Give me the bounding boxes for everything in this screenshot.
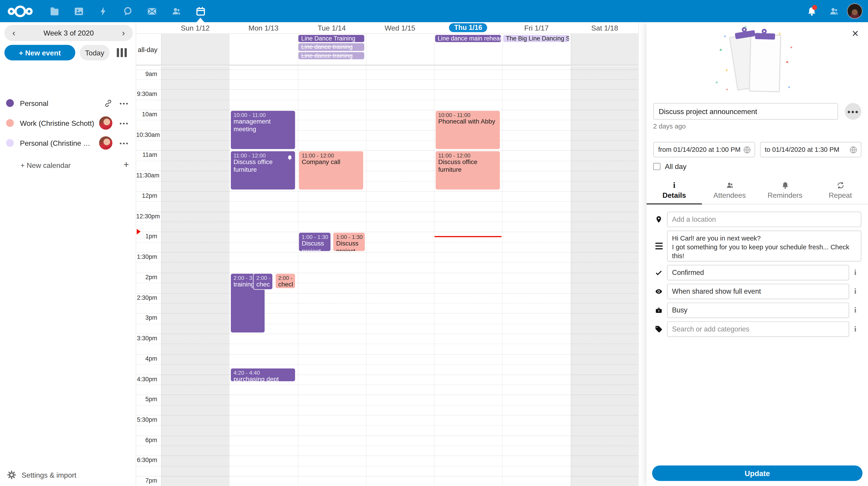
tab-repeat[interactable]: Repeat — [813, 179, 868, 204]
time-label: 9am — [136, 70, 157, 77]
calendar-event[interactable]: 4:20 - 4:40purchasing dept — [230, 368, 296, 382]
active-app-indicator — [196, 18, 204, 22]
all-day-event[interactable]: The Big Line Dancing Show — [503, 35, 569, 42]
description-textarea[interactable]: Hi Carl! are you in next week? I got som… — [667, 231, 862, 262]
calendar-app: ‹ Week 3 of 2020 › + New event Today Per… — [0, 0, 868, 486]
calendar-icon[interactable] — [188, 0, 213, 22]
quarter-hour-line — [136, 323, 638, 324]
more-actions-button[interactable]: ●●● — [845, 103, 861, 120]
event-time: 4:20 - 4:40 — [234, 370, 293, 376]
timezone-globe-icon[interactable] — [849, 146, 858, 154]
all-day-event[interactable]: Line dance main rehearsal — [435, 35, 501, 42]
user-avatar[interactable] — [847, 3, 863, 19]
contacts-menu-icon[interactable] — [823, 0, 845, 22]
calendar-list-item[interactable]: Personal●●● — [0, 93, 135, 113]
attendees-icon — [725, 181, 734, 190]
event-title: Discuss project announcement — [302, 240, 329, 251]
freebusy-info-icon[interactable]: i — [849, 306, 862, 315]
reminder-bell-icon — [781, 181, 789, 190]
calendar-event[interactable]: 1:00 - 1:30Discuss project — [333, 232, 365, 251]
location-pin-icon — [653, 216, 664, 223]
event-time: 10:00 - 11:00 — [438, 112, 498, 118]
categories-info-icon[interactable]: i — [849, 325, 862, 334]
event-title-input[interactable] — [653, 103, 838, 120]
calendar-event[interactable]: 11:00 - 12:00Discuss office furniture — [435, 151, 500, 190]
time-label: 11am — [136, 151, 157, 158]
location-input[interactable] — [667, 212, 862, 227]
column-divider — [434, 66, 434, 486]
week-view-toggle-icon[interactable] — [117, 48, 127, 57]
all-day-checkbox-label[interactable]: All day — [665, 163, 686, 171]
calendar-event[interactable]: 2:00 - 2:20check-in — [275, 273, 296, 289]
status-select[interactable] — [667, 265, 849, 281]
time-label: 2pm — [136, 274, 157, 280]
start-datetime-field[interactable]: from 01/14/2020 at 1:00 PM — [653, 142, 755, 158]
calendar-event[interactable]: 1:00 - 1:30Discuss project announcement — [298, 232, 331, 251]
editor-tabs: iDetailsAttendeesRemindersRepeat — [647, 179, 868, 204]
calendar-list-item[interactable]: Personal (Christine Schott)●●● — [0, 133, 135, 153]
new-calendar-button[interactable]: + New calendar+ — [0, 156, 135, 174]
column-divider — [434, 34, 434, 65]
day-header[interactable]: Sat 1/18 — [570, 22, 639, 33]
tab-attendees[interactable]: Attendees — [702, 179, 757, 204]
hour-line — [136, 232, 638, 232]
activity-icon[interactable] — [91, 0, 115, 22]
quarter-hour-line — [136, 446, 638, 446]
calendar-event[interactable]: 11:00 - 12:00Company call — [298, 151, 364, 190]
categories-tag-icon — [653, 325, 664, 333]
status-info-icon[interactable]: i — [849, 268, 862, 277]
week-label[interactable]: Week 3 of 2020 — [23, 29, 114, 37]
nextcloud-logo-icon[interactable] — [3, 0, 39, 22]
day-header[interactable]: Fri 1/17 — [502, 22, 570, 33]
quarter-hour-line — [136, 405, 638, 405]
calendar-menu-icon[interactable]: ●●● — [120, 101, 129, 105]
day-header[interactable]: Tue 1/14 — [298, 22, 366, 33]
timezone-globe-icon[interactable] — [743, 146, 751, 154]
calendar-event[interactable]: 2:00 - 2:30check-in — [253, 273, 273, 290]
update-button[interactable]: Update — [652, 465, 863, 481]
photos-icon[interactable] — [66, 0, 91, 22]
tab-details[interactable]: iDetails — [647, 179, 702, 204]
categories-input[interactable] — [667, 321, 849, 337]
calendar-list-item[interactable]: Work (Christine Schott)●●● — [0, 113, 135, 133]
share-link-icon[interactable] — [104, 99, 112, 107]
calendar-event[interactable]: 10:00 - 11:00management meeting — [230, 110, 296, 149]
quarter-hour-line — [136, 120, 638, 120]
calendar-event[interactable]: 11:00 - 12:00Discuss office furniture — [230, 151, 296, 190]
new-event-button[interactable]: + New event — [4, 45, 75, 60]
time-label: 10:30am — [136, 131, 157, 138]
visibility-select[interactable] — [667, 284, 849, 299]
end-datetime-field[interactable]: to 01/14/2020 at 1:30 PM — [760, 142, 861, 158]
weekend-shading — [570, 66, 638, 486]
all-day-event[interactable]: Line dance training — [298, 43, 364, 51]
day-header[interactable]: Wed 1/15 — [366, 22, 434, 33]
calendar-event[interactable]: 10:00 - 11:00Phonecall with Abby — [435, 110, 500, 149]
top-bar — [0, 0, 868, 22]
day-header[interactable]: Sun 1/12 — [161, 22, 229, 33]
calendar-week-view: Sun 1/12Mon 1/13Tue 1/14Wed 1/15Thu 1/16… — [135, 22, 638, 486]
next-week-button[interactable]: › — [114, 28, 133, 38]
column-divider — [229, 66, 230, 486]
calendar-scrollbar-gutter[interactable] — [638, 22, 647, 486]
notifications-bell-icon[interactable] — [800, 0, 823, 22]
day-header[interactable]: Thu 1/16 — [434, 22, 502, 33]
all-day-checkbox[interactable] — [653, 163, 660, 170]
settings-and-import[interactable]: Settings & import — [0, 467, 83, 483]
event-time: 2:00 - 2:30 — [256, 275, 270, 281]
tab-reminders[interactable]: Reminders — [757, 179, 813, 204]
contacts-icon[interactable] — [164, 0, 188, 22]
previous-week-button[interactable]: ‹ — [4, 28, 23, 38]
calendar-menu-icon[interactable]: ●●● — [120, 141, 129, 145]
visibility-info-icon[interactable]: i — [849, 287, 862, 296]
close-icon[interactable]: ✕ — [850, 29, 860, 39]
all-day-event[interactable]: Line dance training — [298, 52, 364, 59]
quarter-hour-line — [136, 344, 638, 344]
all-day-event[interactable]: Line Dance Training — [298, 35, 364, 42]
files-icon[interactable] — [42, 0, 66, 22]
mail-icon[interactable] — [140, 0, 164, 22]
freebusy-select[interactable] — [667, 303, 849, 318]
day-header[interactable]: Mon 1/13 — [229, 22, 298, 33]
talk-icon[interactable] — [115, 0, 140, 22]
calendar-menu-icon[interactable]: ●●● — [120, 121, 129, 125]
today-button[interactable]: Today — [80, 45, 110, 60]
